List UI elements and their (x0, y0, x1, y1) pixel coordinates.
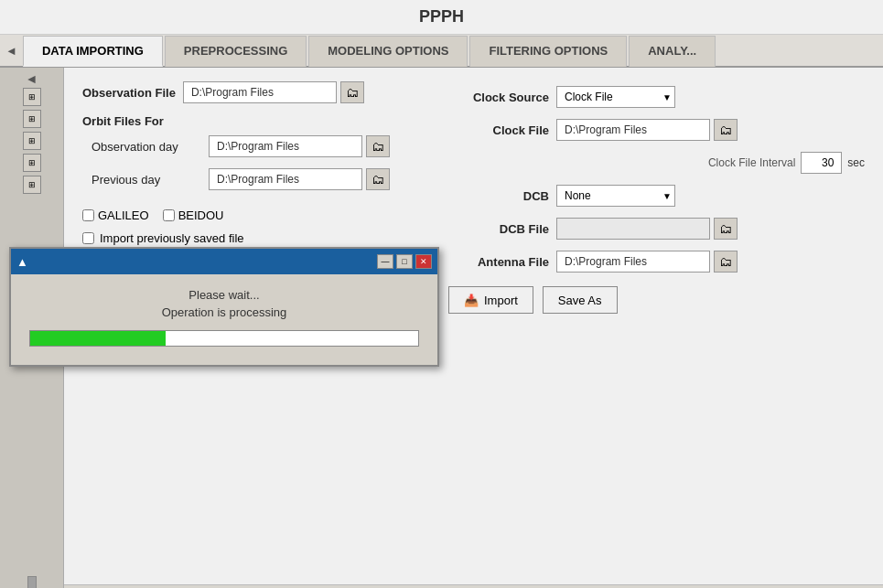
app-title: PPPH (0, 0, 883, 35)
previous-day-browse[interactable]: 🗂 (366, 168, 390, 190)
checkbox-row: GALILEO BEIDOU (82, 208, 412, 222)
observation-file-label: Observation File (82, 86, 176, 100)
sidebar-icon-3[interactable]: ⊞ (23, 132, 41, 150)
antenna-file-browse[interactable]: 🗂 (714, 251, 738, 273)
dcb-dropdown-wrapper: None ▼ (556, 185, 675, 207)
dialog-body: Please wait... Operation is processing (11, 274, 437, 365)
dcb-file-input: 🗂 (556, 218, 738, 240)
dcb-file-label: DCB File (448, 222, 549, 236)
dcb-row: DCB None ▼ (448, 185, 865, 207)
dcb-label: DCB (448, 189, 549, 203)
clock-source-label: Clock Source (448, 91, 549, 104)
right-actions: 📥 Import Save As (448, 286, 865, 314)
tab-filtering-options[interactable]: FILTERING OPTIONS (469, 36, 627, 67)
dcb-file-text[interactable] (556, 218, 710, 240)
clock-file-label: Clock File (448, 123, 549, 137)
dialog-titlebar: ▲ — □ ✕ (11, 249, 437, 274)
antenna-file-input: 🗂 (556, 251, 738, 273)
observation-day-label: Observation day (92, 140, 201, 154)
beidou-checkbox-label[interactable]: BEIDOU (163, 208, 224, 222)
clock-interval-row: Clock File Interval sec (448, 152, 865, 174)
sidebar-arrow-up[interactable]: ◄ (26, 71, 38, 86)
tab-analysis[interactable]: ANALY... (629, 36, 716, 67)
clock-file-row: Clock File 🗂 (448, 119, 865, 141)
observation-file-text[interactable] (183, 81, 337, 103)
dcb-file-row: DCB File 🗂 (448, 218, 865, 240)
clock-interval-label: Clock File Interval (708, 156, 795, 169)
galileo-checkbox[interactable] (82, 209, 94, 221)
galileo-checkbox-label[interactable]: GALILEO (82, 208, 149, 222)
bottom-bar: Save Configuration Default Configuration… (64, 584, 883, 588)
sidebar-icon-2[interactable]: ⊞ (23, 110, 41, 128)
clock-source-row: Clock Source Clock File ▼ (448, 86, 865, 108)
antenna-file-text[interactable] (556, 251, 710, 273)
please-wait-text: Please wait... (188, 288, 259, 302)
antenna-file-label: Antenna File (448, 255, 549, 269)
import-icon: 📥 (464, 294, 479, 307)
tab-scroll-left[interactable]: ◄ (0, 35, 23, 66)
beidou-checkbox[interactable] (163, 209, 175, 221)
tab-preprocessing[interactable]: PREPROCESSING (165, 36, 307, 67)
dcb-dropdown[interactable]: None (556, 185, 675, 207)
dialog-title-icon: ▲ (16, 255, 28, 269)
right-column: Clock Source Clock File ▼ Clock File (448, 81, 865, 571)
sidebar-icon-5[interactable]: ⊞ (23, 176, 41, 194)
clock-interval-unit: sec (847, 156, 865, 169)
save-as-button[interactable]: Save As (543, 286, 618, 314)
previous-day-text[interactable] (209, 168, 362, 190)
operation-text: Operation is processing (162, 305, 287, 319)
sidebar-icon-4[interactable]: ⊞ (23, 154, 41, 172)
dcb-file-browse[interactable]: 🗂 (714, 218, 738, 240)
scrollbar-thumb[interactable] (27, 576, 37, 588)
clock-file-browse[interactable]: 🗂 (714, 119, 738, 141)
dialog-minimize-btn[interactable]: — (377, 254, 393, 269)
clock-file-input: 🗂 (556, 119, 738, 141)
import-saved-label: Import previously saved file (100, 231, 244, 245)
import-row: Import previously saved file (82, 231, 412, 245)
progress-bar (29, 330, 419, 347)
previous-day-row: Previous day 🗂 (82, 168, 412, 190)
progress-bar-fill (30, 331, 166, 346)
tab-data-importing[interactable]: DATA IMPORTING (23, 36, 163, 67)
wait-dialog[interactable]: ▲ — □ ✕ Please wait... Operation is proc… (9, 247, 439, 367)
observation-day-row: Observation day 🗂 (82, 135, 412, 157)
antenna-file-row: Antenna File 🗂 (448, 251, 865, 273)
tab-modeling-options[interactable]: MODELING OPTIONS (308, 36, 468, 67)
import-saved-checkbox[interactable] (82, 232, 94, 244)
observation-day-browse[interactable]: 🗂 (366, 135, 390, 157)
observation-file-browse[interactable]: 🗂 (340, 81, 364, 103)
dialog-close-btn[interactable]: ✕ (415, 254, 432, 269)
observation-day-input: 🗂 (209, 135, 390, 157)
orbit-files-label: Orbit Files For (82, 114, 412, 128)
observation-file-row: Observation File 🗂 (82, 81, 412, 103)
clock-source-dropdown[interactable]: Clock File (556, 86, 675, 108)
dialog-maximize-btn[interactable]: □ (396, 254, 413, 269)
title-text: PPPH (419, 7, 464, 26)
dialog-controls: — □ ✕ (377, 254, 432, 269)
clock-interval-input[interactable] (801, 152, 842, 174)
import-button[interactable]: 📥 Import (448, 286, 533, 314)
previous-day-input: 🗂 (209, 168, 390, 190)
observation-file-input: 🗂 (183, 81, 364, 103)
observation-day-text[interactable] (209, 135, 362, 157)
clock-source-dropdown-wrapper: Clock File ▼ (556, 86, 675, 108)
sidebar-icon-1[interactable]: ⊞ (23, 88, 41, 106)
tab-bar: ◄ DATA IMPORTING PREPROCESSING MODELING … (0, 35, 883, 68)
clock-file-text[interactable] (556, 119, 710, 141)
previous-day-label: Previous day (92, 173, 201, 187)
